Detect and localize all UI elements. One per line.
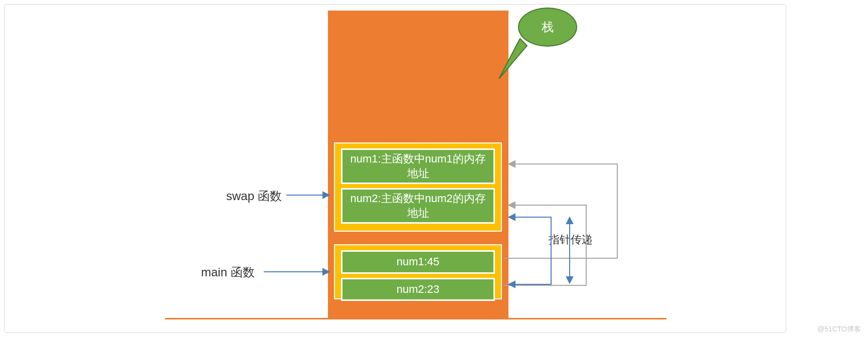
watermark: @51CTO博客 bbox=[817, 325, 861, 334]
main-frame: num1:45 num2:23 bbox=[334, 244, 502, 299]
main-slot-num1: num1:45 bbox=[341, 250, 495, 274]
swap-slot-num2: num2:主函数中num2的内存地址 bbox=[341, 188, 495, 224]
main-label: main 函数 bbox=[201, 264, 255, 280]
main-slot-num2: num2:23 bbox=[341, 278, 495, 301]
baseline bbox=[165, 318, 666, 319]
diagram-canvas: 栈 num1:主函数中num1的内存地址 num2:主函数中num2的内存地址 … bbox=[4, 4, 786, 333]
swap-label: swap 函数 bbox=[226, 188, 282, 204]
stack-callout: 栈 bbox=[518, 8, 577, 47]
callout-tail-icon bbox=[497, 37, 532, 82]
svg-marker-0 bbox=[499, 39, 527, 79]
swap-frame: num1:主函数中num1的内存地址 num2:主函数中num2的内存地址 bbox=[334, 142, 502, 232]
ptr-link-blue-inner bbox=[508, 217, 551, 284]
swap-slot-num1: num1:主函数中num1的内存地址 bbox=[341, 148, 495, 184]
pointer-pass-label: 指针传递 bbox=[549, 232, 593, 247]
